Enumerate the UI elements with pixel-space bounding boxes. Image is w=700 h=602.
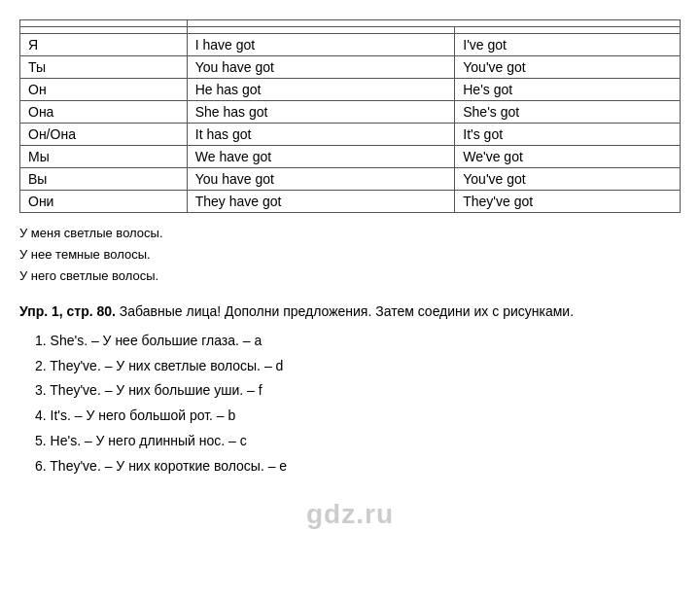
- exercise-list: 1. She's. – У нее большие глаза. – a2. T…: [19, 329, 681, 479]
- table-row: ТыYou have gotYou've got: [20, 56, 681, 79]
- short-form-cell: I've got: [455, 34, 681, 56]
- full-form-cell: It has got: [187, 124, 455, 146]
- list-item: 5. He's. – У него длинный нос. – c: [35, 429, 681, 454]
- have-got-table: ЯI have gotI've gotТыYou have gotYou've …: [19, 19, 681, 213]
- full-form-cell: They have got: [187, 191, 455, 213]
- pronoun-col-header: [20, 27, 188, 34]
- short-form-cell: We've got: [455, 146, 681, 168]
- note-line: У меня светлые волосы.: [19, 223, 681, 244]
- list-item: 1. She's. – У нее большие глаза. – a: [35, 329, 681, 354]
- table-row: ОниThey have gotThey've got: [20, 191, 681, 213]
- empty-cell: [20, 20, 188, 27]
- table-row: Он/ОнаIt has gotIt's got: [20, 124, 681, 146]
- pronoun-cell: Мы: [20, 146, 188, 168]
- short-form-cell: It's got: [455, 124, 681, 146]
- pronoun-cell: Вы: [20, 168, 188, 191]
- full-form-header: [187, 27, 455, 34]
- list-item: 4. It's. – У него большой рот. – b: [35, 404, 681, 429]
- pronoun-cell: Он/Она: [20, 124, 188, 146]
- table-row: ЯI have gotI've got: [20, 34, 681, 56]
- short-form-cell: He's got: [455, 79, 681, 101]
- watermark: gdz.ru: [19, 499, 681, 530]
- full-form-cell: She has got: [187, 101, 455, 124]
- full-form-cell: We have got: [187, 146, 455, 168]
- short-form-header: [455, 27, 681, 34]
- exercise-number: Упр. 1, стр. 80.: [19, 303, 116, 319]
- note-line: У нее темные волосы.: [19, 244, 681, 266]
- list-item: 2. They've. – У них светлые волосы. – d: [35, 354, 681, 379]
- list-item: 3. They've. – У них большие уши. – f: [35, 378, 681, 404]
- table-row: ВыYou have gotYou've got: [20, 168, 681, 191]
- table-header-row: [20, 20, 681, 27]
- short-form-cell: She's got: [455, 101, 681, 124]
- table-row: МыWe have gotWe've got: [20, 146, 681, 168]
- pronoun-cell: Она: [20, 101, 188, 124]
- full-form-cell: You have got: [187, 56, 455, 79]
- pronoun-cell: Ты: [20, 56, 188, 79]
- full-form-cell: You have got: [187, 168, 455, 191]
- notes-section: У меня светлые волосы.У нее темные волос…: [19, 223, 681, 287]
- note-line: У него светлые волосы.: [19, 266, 681, 287]
- pronoun-cell: Он: [20, 79, 188, 101]
- short-form-cell: You've got: [455, 168, 681, 191]
- table-row: ОнаShe has gotShe's got: [20, 101, 681, 124]
- short-form-cell: They've got: [455, 191, 681, 213]
- pronoun-cell: Они: [20, 191, 188, 213]
- affirmative-header: [187, 20, 680, 27]
- table-sub-header-row: [20, 27, 681, 34]
- pronoun-cell: Я: [20, 34, 188, 56]
- full-form-cell: He has got: [187, 79, 455, 101]
- full-form-cell: I have got: [187, 34, 455, 56]
- table-row: ОнHe has gotHe's got: [20, 79, 681, 101]
- exercise-title: Упр. 1, стр. 80. Забавные лица! Дополни …: [19, 301, 681, 322]
- short-form-cell: You've got: [455, 56, 681, 79]
- list-item: 6. They've. – У них короткие волосы. – e: [35, 454, 681, 479]
- exercise-block: Упр. 1, стр. 80. Забавные лица! Дополни …: [19, 301, 681, 479]
